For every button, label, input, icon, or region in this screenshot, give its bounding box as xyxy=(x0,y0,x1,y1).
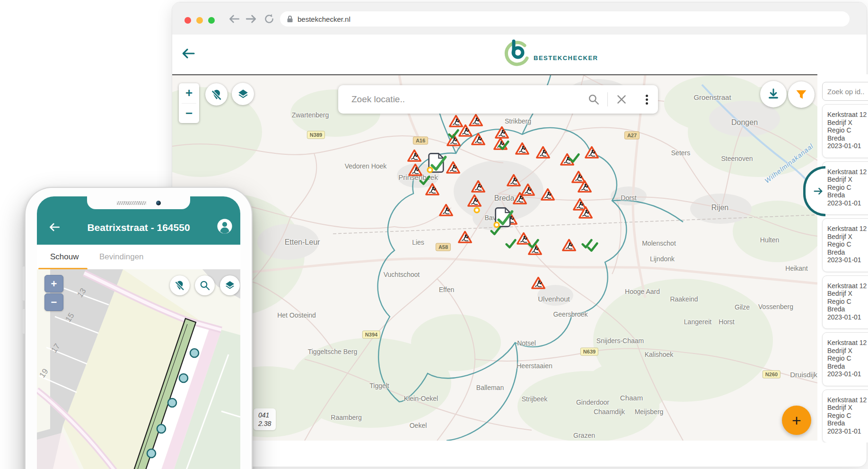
map-marker[interactable] xyxy=(467,194,482,208)
map-marker[interactable] xyxy=(493,221,500,228)
map-marker[interactable] xyxy=(515,142,530,156)
tab-bevindingen[interactable]: Bevindingen xyxy=(99,252,144,262)
map-marker[interactable] xyxy=(587,242,599,252)
more-options-menu-icon[interactable] xyxy=(646,93,649,106)
location-off-button[interactable] xyxy=(205,83,228,106)
road-number-badge: N260 xyxy=(763,371,780,379)
phone-layers-button[interactable] xyxy=(220,275,240,295)
phone-zoom-out-button[interactable]: − xyxy=(44,293,63,311)
search-id-input[interactable] xyxy=(822,82,868,101)
result-card[interactable]: Kerkstraat 12 Bedrijf X Regio C Breda 20… xyxy=(822,389,868,443)
phone-tab-bar: Schouw Bevindingen xyxy=(37,245,240,270)
map-place-label: Notsel xyxy=(517,339,536,347)
map-marker[interactable] xyxy=(419,175,431,186)
result-street: Kerkstraat 12 xyxy=(827,225,868,233)
result-date: 2023-01-01 xyxy=(827,142,868,150)
tab-schouw[interactable]: Schouw xyxy=(50,252,79,262)
browser-back-icon[interactable] xyxy=(228,13,240,25)
map-marker[interactable] xyxy=(471,180,486,194)
result-card[interactable]: Kerkstraat 12 Bedrijf X Regio C Breda 20… xyxy=(822,332,868,386)
phone-map-canvas[interactable]: 13151719 + − xyxy=(37,269,240,469)
map-place-label: Horst xyxy=(719,318,734,326)
result-city: Breda xyxy=(827,191,868,199)
maximize-window-button[interactable] xyxy=(208,17,215,24)
map-marker[interactable] xyxy=(427,167,433,173)
map-marker[interactable] xyxy=(531,276,546,290)
map-marker[interactable] xyxy=(521,183,535,197)
clear-search-icon[interactable] xyxy=(615,93,628,106)
map-marker[interactable] xyxy=(562,239,577,252)
search-location-input[interactable] xyxy=(351,94,587,105)
map-marker[interactable] xyxy=(585,146,599,159)
map-marker[interactable] xyxy=(571,170,586,184)
layers-button[interactable] xyxy=(232,83,254,105)
map-place-label: Vuchtschoot xyxy=(384,271,420,278)
map-place-label: Balleman xyxy=(476,384,504,391)
browser-window: bestekchecker.nl BESTEKCHECKER xyxy=(172,2,867,467)
map-place-label: Heerstaaien xyxy=(517,362,552,370)
map-marker[interactable] xyxy=(446,161,461,175)
map-marker[interactable] xyxy=(505,239,517,249)
map-place-label: Tiggelt xyxy=(369,382,389,389)
browser-refresh-icon[interactable] xyxy=(263,13,275,25)
zoom-in-button[interactable]: + xyxy=(179,83,199,103)
map-place-label: Molenschot xyxy=(642,239,676,247)
close-window-button[interactable] xyxy=(184,17,191,24)
result-street: Kerkstraat 12 xyxy=(827,339,868,347)
map-place-label: Seters xyxy=(671,149,690,157)
map-canvas[interactable]: ZwartenbergStrikbergGroenstraatDongenSet… xyxy=(172,74,817,441)
result-city: Breda xyxy=(827,248,868,257)
map-place-label: Snijders-Chaam xyxy=(596,337,644,345)
browser-forward-icon[interactable] xyxy=(245,13,257,25)
zoom-out-button[interactable]: − xyxy=(179,104,199,124)
map-place-label: Lies xyxy=(412,239,424,246)
phone-page-title: Beatrixstraat - 164550 xyxy=(37,222,240,233)
map-marker[interactable] xyxy=(448,129,460,139)
map-marker[interactable] xyxy=(471,133,486,146)
url-text: bestekchecker.nl xyxy=(298,15,351,23)
map-marker[interactable] xyxy=(536,146,551,159)
panel-arrow-right-icon xyxy=(812,186,824,196)
result-card[interactable]: Kerkstraat 12 Bedrijf X Regio C Breda 20… xyxy=(822,218,868,272)
map-place-label: Lijndonk xyxy=(650,255,675,263)
map-marker[interactable] xyxy=(507,174,521,187)
map-place-label: Chaam xyxy=(620,394,643,402)
map-place-label: Dongen xyxy=(731,118,758,127)
map-place-label: Hulten xyxy=(760,236,779,244)
phone-search-icon xyxy=(199,280,210,291)
phone-zoom-in-button[interactable]: + xyxy=(44,275,63,292)
filter-button[interactable] xyxy=(788,81,815,108)
map-place-label: Dorst xyxy=(621,194,636,202)
add-fab-button[interactable]: + xyxy=(782,406,811,435)
map-marker[interactable] xyxy=(458,230,473,244)
result-card[interactable]: Kerkstraat 12 Bedrijf X Regio C Breda 20… xyxy=(822,275,868,329)
map-marker[interactable] xyxy=(569,153,580,163)
map-place-label: Klein-Oekel xyxy=(404,395,438,402)
map-marker[interactable] xyxy=(498,140,510,150)
map-marker[interactable] xyxy=(439,204,454,217)
result-card[interactable]: Kerkstraat 12 Bedrijf X Regio C Breda 20… xyxy=(822,104,868,158)
map-marker[interactable] xyxy=(528,239,540,249)
app-back-arrow-icon[interactable] xyxy=(180,46,197,61)
minimize-window-button[interactable] xyxy=(196,17,203,24)
volume-down-button xyxy=(22,309,25,334)
profile-avatar-icon[interactable] xyxy=(217,218,233,234)
download-button[interactable] xyxy=(760,81,787,107)
filter-funnel-icon xyxy=(795,88,808,101)
map-marker[interactable] xyxy=(579,206,593,220)
map-marker[interactable] xyxy=(473,207,480,213)
address-bar[interactable]: bestekchecker.nl xyxy=(280,11,850,27)
phone-location-off-button[interactable] xyxy=(170,275,190,295)
search-icon[interactable] xyxy=(587,93,600,106)
phone-search-button[interactable] xyxy=(195,275,215,295)
map-place-label: Vedoren Hoek xyxy=(345,162,387,170)
result-card[interactable]: Kerkstraat 12 Bedrijf X Regio C Breda 20… xyxy=(822,161,868,215)
map-marker[interactable] xyxy=(407,149,422,163)
map-place-label: Chaamdijk xyxy=(594,408,625,416)
map-place-label: Grazen xyxy=(573,432,595,439)
map-place-label: Raakeind xyxy=(670,295,698,303)
result-company: Bedrijf X xyxy=(827,233,868,241)
download-icon xyxy=(767,88,780,101)
map-marker[interactable] xyxy=(541,188,555,202)
phone-speaker xyxy=(116,201,147,205)
